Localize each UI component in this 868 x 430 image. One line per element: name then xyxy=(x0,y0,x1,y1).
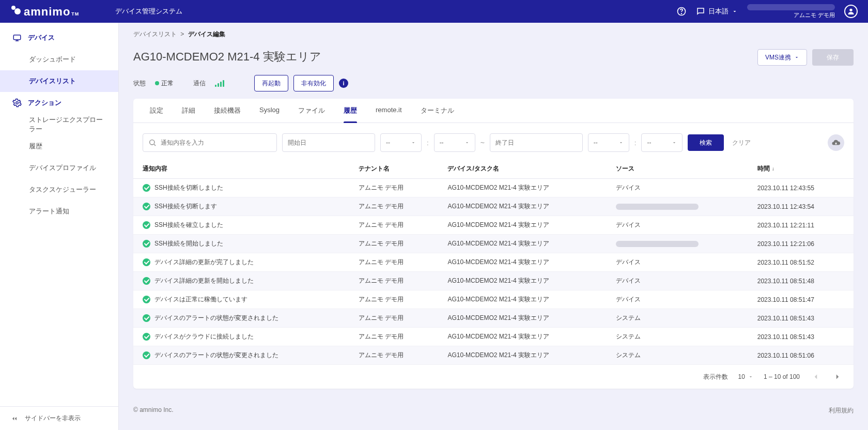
sidebar-collapse-button[interactable]: サイドバーを非表示 xyxy=(0,406,118,430)
table-row[interactable]: デバイスのアラートの状態が変更されましたアムニモ デモ用AG10-MCDEMO2… xyxy=(133,346,854,365)
success-icon xyxy=(143,296,150,303)
cell-device: AG10-MCDEMO2 M21-4 実験エリア xyxy=(438,253,606,272)
tabs: 設定詳細接続機器Syslogファイル履歴remote.itターミナル xyxy=(133,99,854,123)
cell-tenant: アムニモ デモ用 xyxy=(349,346,438,365)
cell-tenant: アムニモ デモ用 xyxy=(349,290,438,309)
redacted-text xyxy=(616,241,699,247)
breadcrumb-parent[interactable]: デバイスリスト xyxy=(133,30,177,38)
save-button: 保存 xyxy=(812,49,854,66)
history-table: 通知内容テナント名デバイス/タスク名ソース時間↓ SSH接続を切断しましたアムニ… xyxy=(133,159,854,365)
topbar: amnimo TM デバイス管理システム 日本語 アムニモ デモ用 xyxy=(0,0,868,23)
cell-device: AG10-MCDEMO2 M21-4 実験エリア xyxy=(438,272,606,290)
table-row[interactable]: デバイス詳細の更新を開始しましたアムニモ デモ用AG10-MCDEMO2 M21… xyxy=(133,272,854,290)
cell-message: デバイス詳細の更新が完了しました xyxy=(133,253,349,272)
cloud-download-icon xyxy=(831,138,841,147)
sidebar-item-7[interactable]: タスクスケジューラー xyxy=(0,179,118,201)
cell-time: 2023.10.11 08:51:06 xyxy=(748,346,854,365)
cloud-download-button[interactable] xyxy=(828,134,844,151)
cell-message: SSH接続を開始しました xyxy=(133,235,349,253)
tab-3[interactable]: Syslog xyxy=(250,99,289,122)
cell-tenant: アムニモ デモ用 xyxy=(349,253,438,272)
page-title: AG10-MCDEMO2 M21-4 実験エリア xyxy=(133,49,321,65)
start-min-select[interactable]: -- xyxy=(434,133,475,152)
cell-message: デバイスがクラウドに接続しました xyxy=(133,328,349,346)
footer: © amnimo Inc. 利用規約 xyxy=(119,399,868,422)
chat-icon xyxy=(696,7,705,16)
brand-logo[interactable]: amnimo TM xyxy=(10,4,79,19)
cell-message: SSH接続を切断します xyxy=(133,197,349,216)
cell-source: デバイス xyxy=(607,290,748,309)
chevrons-left-icon xyxy=(10,414,19,423)
tab-4[interactable]: ファイル xyxy=(289,99,334,122)
copyright: © amnimo Inc. xyxy=(133,406,174,415)
history-filters: -- : -- ~ -- : -- 検索 クリア xyxy=(133,123,854,159)
sidebar-item-0[interactable]: デバイス xyxy=(0,27,118,49)
status-label: 状態 xyxy=(133,79,146,88)
info-icon[interactable]: i xyxy=(339,79,348,88)
table-row[interactable]: デバイスは正常に稼働していますアムニモ デモ用AG10-MCDEMO2 M21-… xyxy=(133,290,854,309)
rows-label: 表示件数 xyxy=(703,373,728,381)
sidebar-item-label: タスクスケジューラー xyxy=(29,185,96,194)
avatar-button[interactable] xyxy=(844,5,858,18)
sidebar-item-3[interactable]: アクション xyxy=(0,92,118,114)
search-input[interactable] xyxy=(161,139,271,146)
disable-button[interactable]: 非有効化 xyxy=(293,75,334,91)
sidebar-item-4[interactable]: ストレージエクスプローラー xyxy=(0,114,118,135)
end-date-input[interactable] xyxy=(490,133,583,152)
search-button[interactable]: 検索 xyxy=(688,134,724,151)
col-header-3[interactable]: ソース xyxy=(607,159,748,179)
cell-source xyxy=(607,197,748,216)
sidebar-item-8[interactable]: アラート通知 xyxy=(0,201,118,222)
language-selector[interactable]: 日本語 xyxy=(696,7,738,16)
cell-device: AG10-MCDEMO2 M21-4 実験エリア xyxy=(438,235,606,253)
table-row[interactable]: デバイス詳細の更新が完了しましたアムニモ デモ用AG10-MCDEMO2 M21… xyxy=(133,253,854,272)
start-hour-select[interactable]: -- xyxy=(380,133,422,152)
tab-1[interactable]: 詳細 xyxy=(173,99,205,122)
help-icon[interactable] xyxy=(676,6,687,17)
start-date-input[interactable] xyxy=(282,133,375,152)
table-row[interactable]: SSH接続を開始しましたアムニモ デモ用AG10-MCDEMO2 M21-4 実… xyxy=(133,235,854,253)
cell-device: AG10-MCDEMO2 M21-4 実験エリア xyxy=(438,309,606,328)
cell-message: SSH接続を切断しました xyxy=(133,179,349,197)
end-hour-select[interactable]: -- xyxy=(588,133,629,152)
cell-time: 2023.10.11 08:51:43 xyxy=(748,328,854,346)
tab-5[interactable]: 履歴 xyxy=(334,99,366,122)
sidebar-item-5[interactable]: 履歴 xyxy=(0,135,118,157)
table-row[interactable]: SSH接続を確立しましたアムニモ デモ用AG10-MCDEMO2 M21-4 実… xyxy=(133,216,854,235)
search-input-wrapper[interactable] xyxy=(143,133,277,152)
cell-tenant: アムニモ デモ用 xyxy=(349,328,438,346)
table-row[interactable]: デバイスのアラートの状態が変更されましたアムニモ デモ用AG10-MCDEMO2… xyxy=(133,309,854,328)
sidebar-item-6[interactable]: デバイスプロファイル xyxy=(0,157,118,179)
sidebar-item-label: デバイス xyxy=(28,33,55,42)
sidebar-item-2[interactable]: デバイスリスト xyxy=(0,70,118,92)
page-next-button[interactable] xyxy=(832,371,843,382)
tab-7[interactable]: ターミナル xyxy=(411,99,463,122)
table-row[interactable]: SSH接続を切断しますアムニモ デモ用AG10-MCDEMO2 M21-4 実験… xyxy=(133,197,854,216)
cell-source xyxy=(607,235,748,253)
sidebar-item-label: デバイスプロファイル xyxy=(29,163,96,173)
terms-link[interactable]: 利用規約 xyxy=(829,406,854,415)
table-row[interactable]: SSH接続を切断しましたアムニモ デモ用AG10-MCDEMO2 M21-4 実… xyxy=(133,179,854,197)
sort-desc-icon: ↓ xyxy=(772,166,774,172)
col-header-0[interactable]: 通知内容 xyxy=(133,159,349,179)
chevron-right-icon xyxy=(833,372,842,381)
cell-time: 2023.10.11 08:51:43 xyxy=(748,309,854,328)
vms-link-button[interactable]: VMS連携 xyxy=(757,49,807,66)
search-icon xyxy=(148,139,157,147)
col-header-2[interactable]: デバイス/タスク名 xyxy=(438,159,606,179)
table-row[interactable]: デバイスがクラウドに接続しましたアムニモ デモ用AG10-MCDEMO2 M21… xyxy=(133,328,854,346)
user-name-redacted xyxy=(747,4,835,10)
tab-2[interactable]: 接続機器 xyxy=(205,99,250,122)
col-header-1[interactable]: テナント名 xyxy=(349,159,438,179)
sidebar-item-label: デバイスリスト xyxy=(29,76,76,86)
cell-time: 2023.10.11 12:43:54 xyxy=(748,197,854,216)
restart-button[interactable]: 再起動 xyxy=(254,75,288,91)
cell-message: デバイスは正常に稼働しています xyxy=(133,290,349,309)
sidebar-item-1[interactable]: ダッシュボード xyxy=(0,49,118,70)
tab-0[interactable]: 設定 xyxy=(141,99,173,122)
end-min-select[interactable]: -- xyxy=(641,133,683,152)
rows-per-page-select[interactable]: 10 xyxy=(738,373,753,380)
tab-6[interactable]: remote.it xyxy=(366,99,411,122)
clear-button[interactable]: クリア xyxy=(732,139,751,147)
col-header-4[interactable]: 時間↓ xyxy=(748,159,854,179)
